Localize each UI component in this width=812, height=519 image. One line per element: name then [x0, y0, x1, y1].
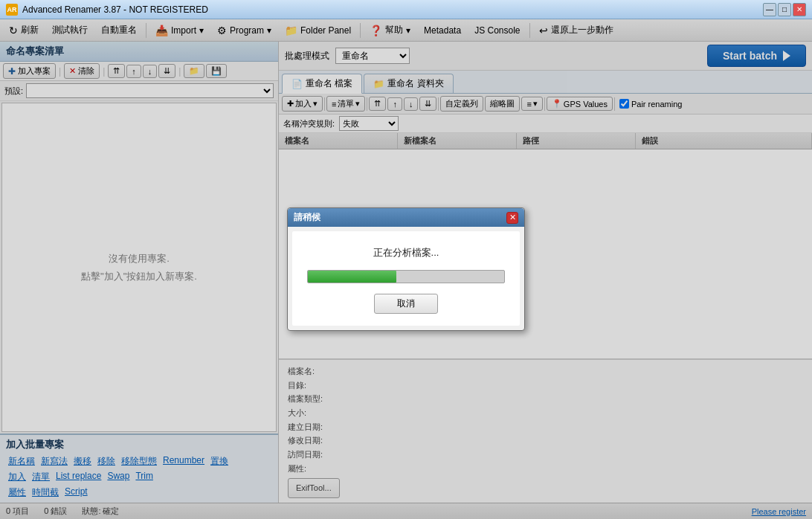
modal-titlebar: 請稍候 ✕ [288, 208, 524, 227]
app-icon: AR [6, 4, 18, 16]
modal-close-button[interactable]: ✕ [506, 212, 518, 224]
minimize-button[interactable]: — [763, 3, 776, 16]
window-title: Advanced Renamer 3.87 - NOT REGISTERED [22, 4, 208, 15]
close-button[interactable]: ✕ [793, 3, 806, 16]
modal-body: 正在分析檔案... 取消 [292, 231, 520, 326]
window-controls: — □ ✕ [763, 3, 806, 16]
modal-overlay: 請稍候 ✕ 正在分析檔案... 取消 [0, 19, 812, 519]
modal-title: 請稍候 [294, 211, 320, 224]
title-bar: AR Advanced Renamer 3.87 - NOT REGISTERE… [0, 0, 812, 19]
modal-message: 正在分析檔案... [373, 246, 439, 260]
modal-dialog: 請稍候 ✕ 正在分析檔案... 取消 [287, 207, 525, 331]
title-bar-left: AR Advanced Renamer 3.87 - NOT REGISTERE… [6, 4, 208, 16]
maximize-button[interactable]: □ [778, 3, 791, 16]
progress-bar-container [307, 270, 505, 283]
progress-bar-fill [308, 271, 396, 283]
modal-cancel-button[interactable]: 取消 [374, 294, 438, 314]
